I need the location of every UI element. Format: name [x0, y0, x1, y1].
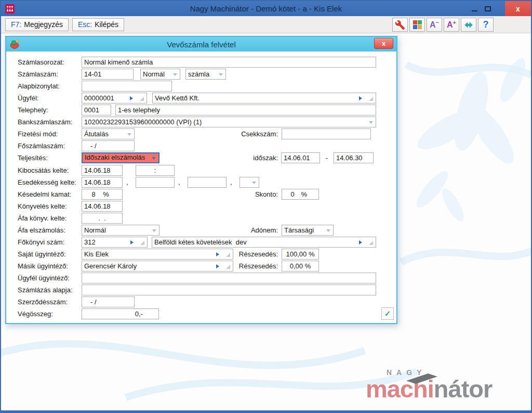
masik-ugyintezo-label: Másik ügyintéző:	[18, 261, 68, 272]
esc-key-label: Esc:	[78, 20, 92, 29]
brand-logo: NAGY machinátor	[366, 368, 522, 401]
ugyfel-ugyintezo-input[interactable]	[82, 273, 376, 283]
szamlazas-alapja-input[interactable]	[82, 285, 376, 295]
fokonyvi-nev-lookup[interactable]: Belföldi kétes követelések dev	[152, 237, 376, 248]
bankszamla-dropdown[interactable]: 102002322931539600000000 (VPI) (1)	[82, 117, 376, 127]
comma-separator: ,	[126, 177, 128, 188]
corner-handle-icon	[140, 241, 144, 245]
resize-width-icon	[463, 20, 474, 30]
chevron-down-icon	[152, 157, 156, 162]
szerzodesszam-input[interactable]: - /	[82, 296, 135, 307]
afa-elszamolas-dropdown[interactable]: Normál	[82, 225, 159, 236]
confirm-button[interactable]: ✓	[381, 307, 394, 320]
resize-width-button[interactable]	[461, 18, 476, 32]
corner-handle-icon	[369, 97, 373, 101]
telephely-label: Telephely:	[18, 105, 48, 115]
window-close-button[interactable]: x	[505, 1, 531, 16]
chevron-down-icon	[173, 73, 177, 78]
foszamlaszam-input[interactable]: - /	[82, 140, 135, 151]
chevron-down-icon	[326, 229, 330, 234]
minimize-icon	[472, 10, 477, 11]
f7-megjegyzes-button[interactable]: F7:Megjegyzés	[5, 18, 69, 31]
kesedelmi-kamat-label: Késedelmi kamat:	[18, 189, 71, 200]
telephely-kod-input[interactable]: 0001	[82, 105, 111, 115]
skonto-label: Skonto:	[174, 189, 278, 200]
app-logo-icon	[5, 4, 15, 14]
kibocsatas-ido-input[interactable]: :	[136, 165, 175, 176]
reszesedes2-label: Részesedés:	[174, 261, 278, 272]
skonto-input[interactable]: 0%	[282, 189, 319, 200]
dialog-close-button[interactable]: x	[374, 38, 393, 49]
window-controls: x	[468, 1, 531, 16]
konyveles-kelte-input[interactable]: 14.06.18	[82, 201, 123, 212]
dialog-vevoszamla-felvetel: Vevőszámla felvétel x Számlasorozat: Nor…	[5, 36, 397, 324]
comma-separator: ,	[230, 177, 232, 188]
toolbar-icon-group: A− A+ ?	[392, 18, 494, 32]
teljesites-dropdown[interactable]: Időszaki elszámolás	[82, 152, 159, 163]
ugyfel-nev-lookup[interactable]: Vevő Kettő Kft.	[152, 93, 376, 104]
reszesedes1-input[interactable]: 100,00 %	[282, 249, 319, 260]
font-increase-icon: A+	[447, 20, 456, 29]
chevron-down-icon	[219, 73, 223, 78]
szamlaszam-input[interactable]: 14-01	[82, 69, 134, 80]
kibocsatas-label: Kibocsátás kelte:	[18, 165, 69, 176]
help-button[interactable]: ?	[478, 18, 494, 32]
window-title: Nagy Machinátor - Demó kötet - a - Kis E…	[1, 4, 531, 13]
chevron-down-icon	[152, 229, 156, 234]
font-increase-button[interactable]: A+	[444, 18, 459, 32]
szamlasorozat-input[interactable]: Normál kimenő számla	[82, 57, 376, 68]
afa-elszamolas-label: Áfa elszámolás:	[18, 225, 65, 236]
esedekesseg-dropdown[interactable]	[240, 177, 259, 188]
csekkszam-input[interactable]	[282, 128, 371, 139]
ugyfel-ugyintezo-label: Ügyfél ügyintéző:	[18, 273, 70, 283]
lookup-arrow-icon	[130, 96, 135, 100]
adonem-dropdown[interactable]: Társasági	[282, 225, 334, 236]
bankszamla-label: Bankszámlaszám:	[18, 117, 72, 127]
fokonyvi-kod-lookup[interactable]: 312	[82, 237, 148, 248]
workspace: Vevőszámla felvétel x Számlasorozat: Nor…	[1, 33, 531, 408]
alapbizonylat-label: Alapbizonylat:	[18, 81, 60, 92]
lookup-arrow-icon	[359, 240, 364, 244]
esedekesseg-3-input[interactable]	[188, 177, 227, 188]
telephely-nev-input[interactable]: 1-es telephely	[115, 105, 376, 115]
adonem-label: Adónem:	[174, 225, 278, 236]
vegosszeg-input[interactable]: 0,-	[82, 308, 159, 319]
reszesedes1-label: Részesedés:	[174, 249, 278, 260]
brand-logo-main-text: machinátor	[366, 377, 522, 401]
csekkszam-label: Csekkszám:	[174, 128, 278, 139]
idoszak-tol-input[interactable]: 14.06.01	[281, 152, 320, 163]
szamlaszam-fajta-dropdown[interactable]: számla	[185, 69, 226, 80]
color-scheme-button[interactable]	[409, 18, 425, 32]
alapbizonylat-input[interactable]	[82, 81, 172, 92]
fizetesi-mod-label: Fizetési mód:	[18, 128, 58, 139]
kesedelmi-kamat-input[interactable]: 8%	[82, 189, 123, 200]
toolbar: F7:Megjegyzés Esc:Kilépés A− A+ ?	[1, 16, 531, 33]
lookup-arrow-icon	[359, 96, 364, 100]
esedekesseg-datum-input[interactable]: 14.06.18	[82, 177, 123, 188]
font-decrease-button[interactable]: A−	[427, 18, 442, 32]
idoszak-ig-input[interactable]: 14.06.30	[334, 152, 374, 163]
szamlaszam-label: Számlaszám:	[18, 69, 58, 80]
idoszak-dash: -	[321, 152, 332, 163]
szamlazas-alapja-label: Számlázás alapja:	[18, 285, 73, 295]
ugyfel-kod-lookup[interactable]: 00000001	[82, 93, 147, 104]
kibocsatas-datum-input[interactable]: 14.06.18	[82, 165, 123, 176]
dialog-titlebar: Vevőszámla felvétel x	[6, 37, 396, 51]
esc-kilepes-button[interactable]: Esc:Kilépés	[72, 18, 124, 31]
idoszak-label: időszak:	[174, 152, 278, 163]
titlebar: Nagy Machinátor - Demó kötet - a - Kis E…	[1, 1, 531, 16]
szerzodesszam-label: Szerződésszám:	[18, 296, 68, 307]
corner-handle-icon	[369, 241, 373, 245]
fokonyvi-szam-label: Főkönyvi szám:	[18, 237, 64, 248]
maximize-button[interactable]	[481, 1, 495, 16]
dialog-title: Vevőszámla felvétel	[167, 40, 236, 49]
minimize-button[interactable]	[468, 1, 481, 16]
esedekesseg-label: Esedékesség kelte:	[18, 177, 76, 188]
settings-wrench-button[interactable]	[392, 18, 408, 32]
fizetesi-mod-dropdown[interactable]: Átutalás	[82, 128, 135, 139]
szamlaszam-tipus-dropdown[interactable]: Normál	[140, 69, 180, 80]
f7-key-label: F7:	[11, 20, 21, 29]
reszesedes2-input[interactable]: 0,00 %	[282, 261, 319, 272]
afa-konyv-kelte-input[interactable]: . .	[82, 213, 123, 224]
esedekesseg-2-input[interactable]	[136, 177, 175, 188]
